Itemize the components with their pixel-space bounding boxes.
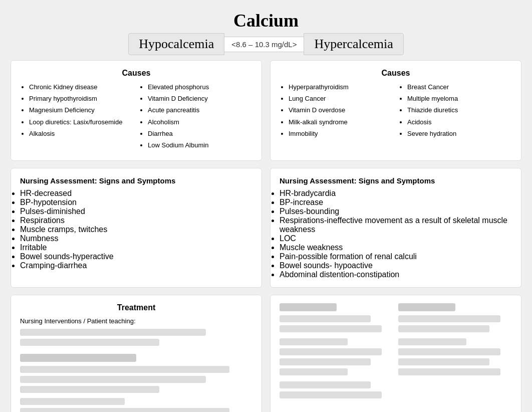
list-item: Alkalosis — [29, 129, 134, 138]
list-item: Diarrhea — [148, 129, 252, 138]
list-item: Muscle cramps, twitches — [20, 225, 252, 234]
list-item: Acidosis — [407, 118, 512, 127]
list-item: Loop diuretics: Lasix/furosemide — [29, 118, 134, 127]
list-item: Alcoholism — [148, 118, 252, 127]
hypo-causes-col1: Chronic Kidney disease Primary hypothyro… — [20, 83, 134, 152]
list-item: BP-increase — [280, 198, 512, 207]
blurred-section — [20, 354, 252, 412]
blurred-content — [20, 329, 206, 336]
hypo-causes-title: Causes — [20, 69, 252, 78]
list-item: Milk-alkali syndrome — [289, 118, 393, 127]
list-item: Lung Cancer — [289, 94, 393, 103]
treatment-row: Treatment Nursing Interventions / Patien… — [11, 295, 521, 412]
hyper-treatment-grid — [280, 303, 512, 401]
blurred-content — [20, 408, 229, 412]
list-item: Irritable — [20, 243, 252, 252]
blurred-content — [280, 381, 371, 388]
blurred-content — [20, 386, 159, 393]
blurred-content — [398, 325, 489, 332]
list-item: Vitamin D overdose — [289, 106, 393, 115]
blurred-content — [398, 358, 489, 365]
hypo-causes-grid: Chronic Kidney disease Primary hypothyro… — [20, 83, 252, 152]
hypo-signs-title: Nursing Assessment: Signs and Symptoms — [20, 176, 252, 185]
hyper-causes-panel: Causes Hyperparathyroidism Lung Cancer V… — [270, 60, 521, 161]
hyper-causes-grid: Hyperparathyroidism Lung Cancer Vitamin … — [280, 83, 512, 141]
blurred-sub — [398, 338, 512, 375]
list-item: Abdominal distention-constipation — [280, 270, 512, 279]
list-item: Magnesium Deficiency — [29, 106, 134, 115]
blurred-content — [398, 315, 500, 322]
list-item: Numbness — [20, 234, 252, 243]
list-item: Respirations — [20, 216, 252, 225]
blurred-content — [20, 398, 125, 405]
blurred-content — [280, 358, 371, 365]
hypo-signs-panel: Nursing Assessment: Signs and Symptoms H… — [11, 168, 262, 288]
blurred-content — [280, 325, 382, 332]
list-item: Immobility — [289, 129, 393, 138]
list-item: Chronic Kidney disease — [29, 83, 134, 92]
blurred-content — [398, 338, 466, 345]
list-item: Cramping-diarrhea — [20, 261, 252, 270]
blurred-sub — [280, 338, 393, 375]
list-item: LOC — [280, 234, 512, 243]
list-item: Bowel sounds- hypoactive — [280, 261, 512, 270]
blurred-section-title — [398, 303, 455, 311]
hyper-treatment-col2 — [398, 303, 512, 401]
blurred-content — [280, 391, 382, 398]
header-row: Hypocalcemia <8.6 – 10.3 mg/dL> Hypercal… — [11, 33, 521, 55]
list-item: Breast Cancer — [407, 83, 512, 92]
hyper-causes-col1: Hyperparathyroidism Lung Cancer Vitamin … — [280, 83, 393, 141]
list-item: Severe hydration — [407, 129, 512, 138]
list-item: Multiple myeloma — [407, 94, 512, 103]
list-item: Muscle weakness — [280, 243, 512, 252]
list-item: Bowel sounds-hyperactive — [20, 252, 252, 261]
blurred-content — [280, 338, 348, 345]
blurred-content — [20, 376, 206, 383]
blurred-sub2 — [280, 381, 393, 398]
hyper-causes-col2: Breast Cancer Multiple myeloma Thiazide … — [398, 83, 512, 141]
list-item: Respirations-ineffective movement as a r… — [280, 216, 512, 234]
hypercalcemia-title: Hypercalcemia — [304, 33, 403, 55]
hypo-treatment-title: Treatment — [20, 303, 252, 312]
list-item: Primary hypothyroidism — [29, 94, 134, 103]
hypo-treatment-panel: Treatment Nursing Interventions / Patien… — [11, 295, 262, 412]
list-item: HR-decreased — [20, 189, 252, 198]
hypo-treatment-content — [20, 329, 252, 412]
list-item: Low Sodium Albumin — [148, 141, 252, 150]
list-item: BP-hypotension — [20, 198, 252, 207]
causes-row: Causes Chronic Kidney disease Primary hy… — [11, 60, 521, 161]
hyper-treatment-col1 — [280, 303, 393, 401]
treatment-intro: Nursing Interventions / Patient teaching… — [20, 317, 252, 325]
hypo-causes-panel: Causes Chronic Kidney disease Primary hy… — [11, 60, 262, 161]
hyper-signs-list: HR-bradycardia BP-increase Pulses-boundi… — [280, 189, 512, 279]
blurred-section-title — [280, 303, 337, 311]
blurred-content — [20, 366, 229, 373]
list-item: Acute pancreatitis — [148, 106, 252, 115]
list-item: Pulses-diminished — [20, 207, 252, 216]
blurred-sub — [20, 398, 252, 412]
list-item: HR-bradycardia — [280, 189, 512, 198]
signs-row: Nursing Assessment: Signs and Symptoms H… — [11, 168, 521, 288]
blurred-content — [280, 315, 371, 322]
blurred-content — [20, 339, 159, 346]
blurred-content — [398, 368, 500, 375]
hyper-signs-title: Nursing Assessment: Signs and Symptoms — [280, 176, 512, 185]
blurred-content — [398, 348, 500, 355]
hyper-treatment-panel — [270, 295, 521, 412]
list-item: Vitamin D Deficiency — [148, 94, 252, 103]
list-item: Pulses-bounding — [280, 207, 512, 216]
page-title: Calcium — [11, 10, 521, 31]
list-item: Elevated phosphorus — [148, 83, 252, 92]
blurred-content — [280, 368, 348, 375]
hypocalcemia-title: Hypocalcemia — [128, 33, 224, 55]
hyper-signs-panel: Nursing Assessment: Signs and Symptoms H… — [270, 168, 521, 288]
hypo-signs-list: HR-decreased BP-hypotension Pulses-dimin… — [20, 189, 252, 270]
page-container: Calcium Hypocalcemia <8.6 – 10.3 mg/dL> … — [11, 10, 521, 412]
blurred-content — [280, 348, 382, 355]
list-item: Pain-possible formation of renal calculi — [280, 252, 512, 261]
list-item: Thiazide diuretics — [407, 106, 512, 115]
hyper-causes-title: Causes — [280, 69, 512, 78]
normal-range: <8.6 – 10.3 mg/dL> — [224, 37, 304, 52]
blurred-section-title — [20, 354, 136, 362]
hypo-causes-col2: Elevated phosphorus Vitamin D Deficiency… — [139, 83, 252, 152]
